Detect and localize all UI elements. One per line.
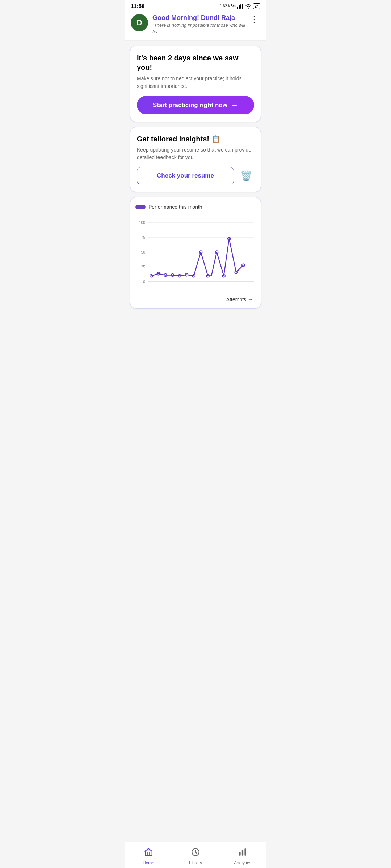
svg-rect-1 xyxy=(239,5,240,9)
svg-rect-2 xyxy=(240,4,241,9)
start-practicing-button[interactable]: Start practicing right now → xyxy=(137,96,254,114)
more-options-button[interactable]: ⋮ xyxy=(248,14,260,25)
status-time: 11:58 xyxy=(131,3,144,9)
practice-card-title: It's been 2 days since we saw you! xyxy=(137,53,254,72)
chart-legend: Performance this month xyxy=(135,204,256,210)
avatar: D xyxy=(131,14,148,31)
insights-card-title: Get tailored insights! 📋 xyxy=(137,135,254,143)
header-left: D Good Morning! Dundi Raja "There is not… xyxy=(131,14,247,35)
chart-line xyxy=(151,239,243,276)
wifi-icon xyxy=(245,4,252,9)
y-label-0: 0 xyxy=(143,280,145,284)
status-icons: 1.62 KB/s 24 xyxy=(220,3,260,9)
header-text: Good Morning! Dundi Raja "There is nothi… xyxy=(152,14,247,35)
motivational-quote: "There is nothing impossible for those w… xyxy=(152,22,247,35)
trash-icon: 🗑️ xyxy=(240,170,252,182)
main-content: It's been 2 days since we saw you! Make … xyxy=(125,41,266,337)
arrow-icon: → xyxy=(231,101,238,109)
greeting: Good Morning! Dundi Raja xyxy=(152,14,247,22)
performance-chart: 100 75 50 25 0 xyxy=(135,215,256,294)
performance-chart-card: Performance this month 100 75 50 25 0 xyxy=(130,197,261,309)
insights-card-subtitle: Keep updating your resume so that we can… xyxy=(137,146,254,161)
legend-dot xyxy=(135,205,146,209)
header: D Good Morning! Dundi Raja "There is not… xyxy=(125,10,266,41)
signal-icon xyxy=(237,4,244,9)
battery-indicator: 24 xyxy=(253,3,260,9)
chart-attempts-label: Attempts → xyxy=(135,297,256,302)
status-bar: 11:58 1.62 KB/s 24 xyxy=(125,0,266,10)
y-label-50: 50 xyxy=(141,250,145,254)
practice-card-subtitle: Make sure not to neglect your practice; … xyxy=(137,75,254,90)
delete-button[interactable]: 🗑️ xyxy=(238,168,254,184)
legend-label: Performance this month xyxy=(148,204,202,210)
practice-card: It's been 2 days since we saw you! Make … xyxy=(130,46,261,122)
network-speed: 1.62 KB/s xyxy=(220,4,235,8)
svg-rect-3 xyxy=(242,4,243,9)
insights-actions: Check your resume 🗑️ xyxy=(137,167,254,184)
insights-card: Get tailored insights! 📋 Keep updating y… xyxy=(130,127,261,192)
y-label-75: 75 xyxy=(141,235,145,239)
y-label-100: 100 xyxy=(139,220,145,225)
check-resume-button[interactable]: Check your resume xyxy=(137,167,234,184)
y-label-25: 25 xyxy=(141,265,145,269)
chart-svg: 100 75 50 25 0 xyxy=(135,215,256,294)
svg-rect-0 xyxy=(237,7,238,9)
